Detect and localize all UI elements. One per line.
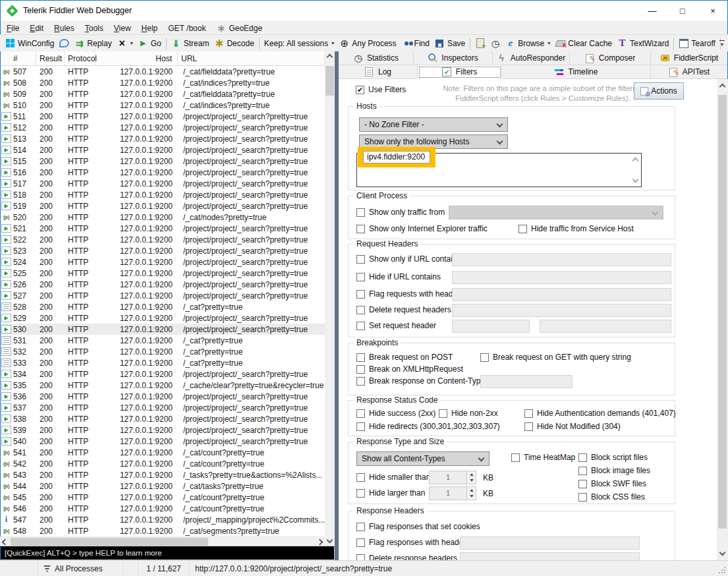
set-request-header-value-input[interactable]	[540, 320, 671, 333]
toolbar-clear-cache-button[interactable]: Clear Cache	[553, 36, 615, 51]
hide-larger-checkbox[interactable]: Hide larger than	[356, 488, 425, 498]
maximize-button[interactable]: □	[667, 0, 698, 21]
hide-smaller-checkbox[interactable]: Hide smaller than	[356, 473, 430, 482]
flag-request-headers-input[interactable]	[452, 288, 671, 301]
toolbar-browse-button[interactable]: Browse▾	[503, 36, 553, 51]
session-row[interactable]: 532200HTTP127.0.0.1:9200/_cat?pretty=tru…	[0, 346, 325, 357]
toolbar-tearoff-button[interactable]: Tearoff	[676, 36, 717, 51]
session-horizontal-scrollbar[interactable]	[0, 536, 325, 546]
delete-request-headers-checkbox[interactable]: Delete request headers	[356, 305, 451, 314]
menu-item-rules[interactable]: Rules	[49, 22, 80, 35]
hide-url-contains-checkbox[interactable]: Hide if URL contains	[356, 272, 441, 281]
session-row[interactable]: 507200HTTP127.0.0.1:9200/_cat/fielddata?…	[0, 66, 325, 77]
session-row[interactable]: 544200HTTP127.0.0.1:9200/_cat/tasks?pret…	[0, 480, 325, 492]
toolbar-textwizard-button[interactable]: TextWizard	[615, 36, 671, 51]
session-row[interactable]: 527200HTTP127.0.0.1:9200/project/project…	[0, 290, 325, 301]
set-request-header-name-input[interactable]	[452, 320, 530, 333]
session-row[interactable]: 543200HTTP127.0.0.1:9200/_tasks?pretty=t…	[0, 469, 325, 480]
toolbar-any-process-button[interactable]: Any Process	[337, 36, 399, 51]
break-xhr-checkbox[interactable]: Break on XMLHttpRequest	[356, 364, 463, 374]
session-row[interactable]: 511200HTTP127.0.0.1:9200/project/project…	[0, 111, 325, 122]
block-image-checkbox[interactable]: Block image files	[578, 466, 650, 475]
show-only-traffic-checkbox[interactable]: Show only traffic from	[356, 208, 445, 217]
session-row[interactable]: 545200HTTP127.0.0.1:9200/_cat/count?pret…	[0, 492, 325, 503]
scroll-down-icon[interactable]	[719, 550, 726, 556]
column-header-result[interactable]: Result	[36, 51, 65, 66]
zone-filter-dropdown[interactable]: - No Zone Filter -	[359, 117, 508, 132]
flag-set-cookies-checkbox[interactable]: Flag responses that set cookies	[356, 522, 480, 531]
spin-up-icon[interactable]	[467, 487, 476, 494]
toolbar-go-button[interactable]: Go	[136, 36, 164, 51]
hide-smaller-spinner[interactable]: 1	[429, 471, 476, 484]
menu-item-view[interactable]: View	[109, 22, 136, 35]
break-get-qs-checkbox[interactable]: Break request on GET with query string	[480, 353, 631, 362]
block-swf-checkbox[interactable]: Block SWF files	[578, 479, 646, 488]
host-value[interactable]: ipv4.fiddler:9200	[363, 151, 430, 163]
session-row[interactable]: 521200HTTP127.0.0.1:9200/project/project…	[0, 223, 325, 234]
close-button[interactable]: ×	[698, 0, 728, 21]
flag-response-headers-checkbox[interactable]: Flag responses with headers	[356, 538, 470, 547]
menu-item-geoedge[interactable]: GeoEdge	[211, 22, 267, 35]
session-row[interactable]: 536200HTTP127.0.0.1:9200/project/project…	[0, 391, 325, 402]
session-row[interactable]: 538200HTTP127.0.0.1:9200/project/project…	[0, 413, 325, 424]
scroll-up-icon[interactable]	[327, 54, 333, 61]
spin-up-icon[interactable]	[467, 471, 476, 478]
capture-indicator[interactable]	[0, 561, 38, 576]
session-row[interactable]: 513200HTTP127.0.0.1:9200/project/project…	[0, 133, 325, 144]
toolbar-keep-all-sessions-button[interactable]: Keep: All sessions▾	[262, 36, 337, 51]
toolbar-clipboard-button[interactable]	[472, 36, 488, 51]
session-row[interactable]: 541200HTTP127.0.0.1:9200/_cat/count?pret…	[0, 447, 325, 458]
tab-apitest[interactable]: APITest	[651, 65, 728, 79]
toolbar-find-button[interactable]: Find	[399, 36, 432, 51]
scroll-up-icon[interactable]	[719, 84, 726, 90]
session-row[interactable]: 522200HTTP127.0.0.1:9200/project/project…	[0, 234, 325, 245]
resize-grip[interactable]	[724, 572, 725, 573]
session-row[interactable]: 534200HTTP127.0.0.1:9200/project/project…	[0, 368, 325, 380]
hide-url-contains-input[interactable]	[452, 271, 671, 284]
session-row-selected[interactable]: 530200HTTP127.0.0.1:9200/project/project…	[0, 324, 325, 335]
toolbar-save-button[interactable]: Save	[432, 36, 468, 51]
tab-composer[interactable]: Composer	[570, 51, 651, 65]
tab-filters[interactable]: Filters	[418, 65, 502, 79]
toolbar-winconfig-button[interactable]: WinConfig	[3, 36, 57, 51]
minimize-button[interactable]: —	[637, 0, 667, 21]
session-row[interactable]: 515200HTTP127.0.0.1:9200/project/project…	[0, 156, 325, 167]
tab-inspectors[interactable]: Inspectors	[414, 51, 493, 65]
block-css-checkbox[interactable]: Block CSS files	[578, 492, 645, 502]
hide-not-modified-checkbox[interactable]: Hide Not Modified (304)	[524, 422, 621, 431]
delete-request-headers-input[interactable]	[452, 304, 671, 317]
column-header-protocol[interactable]: Protocol	[65, 51, 96, 66]
column-header-url[interactable]: URL	[178, 51, 325, 66]
vertical-scroll-thumb[interactable]	[325, 66, 334, 96]
session-row[interactable]: 533200HTTP127.0.0.1:9200/_cat?pretty=tru…	[0, 357, 325, 368]
toolbar-stream-button[interactable]: Stream	[169, 36, 212, 51]
session-row[interactable]: 523200HTTP127.0.0.1:9200/project/project…	[0, 245, 325, 256]
spin-down-icon[interactable]	[467, 494, 476, 500]
delete-response-headers-checkbox[interactable]: Delete response headers	[356, 554, 457, 560]
show-url-contains-input[interactable]	[452, 253, 671, 266]
session-row[interactable]: 540200HTTP127.0.0.1:9200/project/project…	[0, 436, 325, 447]
session-row[interactable]: 546200HTTP127.0.0.1:9200/_cat/count?pret…	[0, 503, 325, 514]
show-only-ie-checkbox[interactable]: Show only Internet Explorer traffic	[356, 224, 488, 233]
session-row[interactable]: 512200HTTP127.0.0.1:9200/project/project…	[0, 122, 325, 133]
dropdown-arrow-icon[interactable]: ▾	[331, 40, 334, 46]
scroll-up-icon[interactable]	[632, 158, 639, 164]
break-content-type-checkbox[interactable]: Break response on Content-Type	[356, 376, 485, 386]
process-filter[interactable]: All Processes	[38, 561, 124, 576]
session-vertical-scrollbar[interactable]	[325, 51, 335, 546]
column-header-host[interactable]: Host	[96, 51, 178, 66]
delete-response-headers-input[interactable]	[460, 552, 640, 560]
session-row[interactable]: 539200HTTP127.0.0.1:9200/project/project…	[0, 424, 325, 436]
session-row[interactable]: 535200HTTP127.0.0.1:9200/_cache/clear?pr…	[0, 380, 325, 391]
tab-fiddlerscript[interactable]: FiddlerScript	[651, 51, 728, 65]
column-header-number[interactable]: #	[0, 51, 36, 66]
scroll-down-icon[interactable]	[632, 177, 639, 183]
tab-autoresponder[interactable]: AutoResponder	[493, 51, 570, 65]
session-row[interactable]: 520200HTTP127.0.0.1:9200/_cat/nodes?pret…	[0, 212, 325, 223]
tab-statistics[interactable]: Statistics	[339, 51, 414, 65]
session-row[interactable]: 548200HTTP127.0.0.1:9200/_cat/segments?p…	[0, 525, 325, 536]
content-type-dropdown[interactable]: Show all Content-Types	[356, 451, 490, 466]
flag-request-headers-checkbox[interactable]: Flag requests with headers	[356, 289, 464, 299]
scroll-left-icon[interactable]	[2, 539, 9, 546]
toolbar-delete-button[interactable]: ▾	[115, 36, 136, 51]
